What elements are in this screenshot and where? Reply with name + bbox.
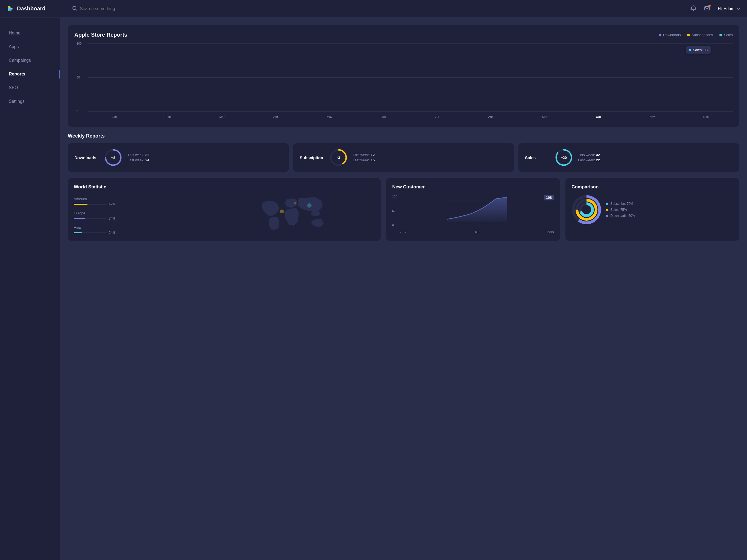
world-statistic-title: World Statistic [74, 184, 375, 190]
this-week-stat: This week: 42 [578, 153, 600, 157]
sidebar-item-home[interactable]: Home [0, 26, 60, 40]
new-customer-title: New Customer [392, 184, 554, 190]
legend-item: Subscriptions [687, 33, 713, 37]
grid-label: 50 [77, 76, 80, 79]
last-week-stat: Last week: 24 [127, 158, 149, 162]
region-pct: 42% [109, 202, 115, 206]
sidebar-item-campaings[interactable]: Campaings [0, 54, 60, 67]
ring-delta: -3 [337, 156, 340, 160]
comp-label: Downloads: 60% [610, 214, 635, 218]
region-bar-wrap: 24% [74, 231, 209, 235]
legend-dot [687, 34, 690, 36]
sidebar-item-reports[interactable]: Reports [0, 67, 60, 81]
month-label: Aug [488, 115, 493, 119]
region-bar-bg [74, 232, 107, 233]
month-label: May [327, 115, 333, 119]
weekly-stats: This week: 42 Last week: 22 [578, 153, 600, 162]
weekly-label: Sales [525, 155, 549, 160]
comparison-card: Comparison [565, 178, 739, 240]
comp-label: Sales: 75% [610, 208, 627, 212]
comp-label: Subscribe: 70% [610, 202, 633, 206]
new-customer-x-labels: 2017 2018 2019 [400, 230, 554, 233]
grid-label: 0 [77, 110, 78, 113]
region-pct: 24% [109, 231, 115, 235]
this-week-stat: This week: 32 [127, 153, 149, 157]
new-customer-tooltip: 108 [544, 195, 554, 200]
grid-line [87, 111, 733, 111]
ring-wrap: +20 [555, 149, 572, 166]
apple-store-reports-card: Apple Store Reports DownloadsSubscriptio… [68, 25, 739, 127]
ring-delta: +20 [561, 156, 567, 160]
svg-rect-5 [705, 6, 710, 10]
header: Dashboard Hi, Adam [0, 0, 747, 18]
x-label-2019: 2019 [547, 230, 554, 233]
month-label: Jan [112, 115, 117, 119]
comparison-content: Subscribe: 70%Sales: 75%Downloads: 60% [571, 195, 733, 225]
logo-text: Dashboard [17, 5, 45, 12]
mail-notification-dot [709, 5, 711, 7]
region-bar-fill [74, 218, 85, 219]
month-label: Apr [274, 115, 278, 119]
sidebar-item-settings[interactable]: Settings [0, 95, 60, 108]
comparison-legend: Subscribe: 70%Sales: 75%Downloads: 60% [606, 202, 635, 218]
user-menu[interactable]: Hi, Adam [718, 6, 741, 11]
comparison-legend-item: Sales: 75% [606, 208, 635, 212]
region-list: America 42% Europe 34% Asia 24% [74, 195, 209, 235]
legend-label: Downloads [663, 33, 680, 37]
region-bar-wrap: 34% [74, 217, 209, 221]
month-label: Nov [649, 115, 655, 119]
sidebar: Home Apps Campaings Reports SEO Settings [0, 18, 60, 560]
new-customer-chart-wrap: 100 50 0 108 [392, 195, 554, 233]
month-label: Jul [435, 115, 439, 119]
weekly-label: Subsciption [300, 155, 324, 160]
new-customer-y-labels: 100 50 0 [392, 195, 397, 227]
comparison-donut [571, 195, 601, 225]
legend-dot [659, 34, 662, 36]
comp-dot [606, 209, 608, 211]
world-content: America 42% Europe 34% Asia 24% [74, 195, 375, 235]
chart-legend: DownloadsSubscriptionsSales [659, 33, 733, 37]
user-name: Hi, Adam [718, 6, 735, 11]
x-label-2018: 2018 [473, 230, 480, 233]
mail-icon[interactable] [704, 5, 710, 12]
logo: Dashboard [6, 5, 61, 12]
weekly-reports-grid: Downloads +8 This week: 32 Last week: 24… [68, 143, 739, 172]
comp-dot [606, 203, 608, 205]
sidebar-item-apps[interactable]: Apps [0, 40, 60, 54]
month-label: Sep [542, 115, 547, 119]
region-bar-fill [74, 204, 87, 205]
region-item: Europe 34% [74, 211, 209, 221]
legend-label: Subscriptions [692, 33, 713, 37]
chart-header: Apple Store Reports DownloadsSubscriptio… [74, 32, 733, 38]
region-bar-bg [74, 218, 107, 219]
bottom-grid: World Statistic America 42% Europe 34% A… [68, 178, 739, 240]
this-week-stat: This week: 12 [353, 153, 375, 157]
ring-wrap: +8 [104, 149, 122, 166]
svg-line-4 [76, 9, 77, 10]
notification-icon[interactable] [690, 5, 696, 12]
weekly-card: Downloads +8 This week: 32 Last week: 24 [68, 143, 289, 172]
new-customer-chart: 108 [400, 195, 554, 229]
x-label-2017: 2017 [400, 230, 406, 233]
last-week-stat: Last week: 22 [578, 158, 600, 162]
chart-title: Apple Store Reports [74, 32, 127, 38]
legend-label: Sales [724, 33, 733, 37]
search-input[interactable] [80, 6, 264, 11]
new-customer-area-chart [400, 195, 554, 228]
month-label: Dec [703, 115, 709, 119]
search-bar [72, 6, 264, 12]
bars-area: JanFebMarAprMayJunJulAugSepOctNovDec [87, 44, 733, 111]
donut-svg [571, 195, 601, 225]
legend-dot [719, 34, 722, 36]
sidebar-item-seo[interactable]: SEO [0, 81, 60, 95]
logo-icon [6, 5, 14, 12]
bar-chart: Sales: 98 100500JanFebMarAprMayJunJulAug… [74, 44, 733, 120]
comparison-legend-item: Downloads: 60% [606, 214, 635, 218]
last-week-stat: Last week: 15 [353, 158, 375, 162]
svg-point-13 [280, 209, 284, 213]
region-name: Europe [74, 211, 209, 215]
weekly-stats: This week: 32 Last week: 24 [127, 153, 149, 162]
world-map [213, 195, 375, 233]
main-content: Apple Store Reports DownloadsSubscriptio… [60, 18, 747, 560]
ring-delta: +8 [111, 156, 115, 160]
